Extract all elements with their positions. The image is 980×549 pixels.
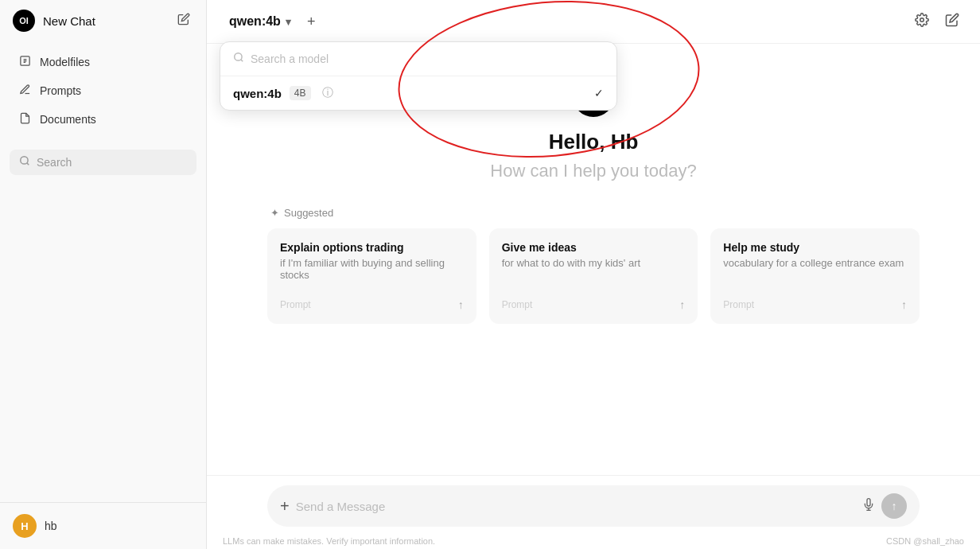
sidebar-nav: Modelfiles Prompts Documents (0, 41, 206, 140)
dropdown-model-name: qwen:4b (233, 87, 282, 100)
header-right (910, 8, 964, 35)
add-tab-button[interactable]: + (301, 10, 322, 33)
prompts-icon (18, 84, 32, 98)
search-input-wrap[interactable] (10, 150, 196, 175)
message-input[interactable] (296, 500, 856, 513)
footer-note: LLMs can make mistakes. Verify important… (207, 533, 980, 549)
sparkle-icon: ✦ (270, 207, 279, 219)
model-name-label: qwen:4b (229, 14, 281, 29)
prompt-card-1-title: Give me ideas (502, 241, 686, 254)
sidebar-item-modelfiles[interactable]: Modelfiles (5, 48, 201, 76)
message-input-bar: + ↑ (267, 485, 920, 527)
prompt-card-1-footer: Prompt ↑ (502, 292, 686, 311)
dropdown-model-size: 4B (290, 86, 311, 100)
attach-button[interactable]: + (280, 497, 290, 516)
sidebar-item-prompts[interactable]: Prompts (5, 76, 201, 105)
prompt-card-2-arrow[interactable]: ↑ (901, 298, 907, 311)
prompt-card-1[interactable]: Give me ideas for what to do with my kid… (489, 228, 698, 324)
search-input[interactable] (37, 156, 187, 169)
sidebar-item-documents[interactable]: Documents (5, 105, 201, 134)
header-left: qwen:4b ▾ + (223, 10, 321, 33)
documents-icon (18, 112, 32, 127)
model-dropdown: qwen:4b 4B ⓘ ✓ (220, 41, 617, 111)
model-selector-button[interactable]: qwen:4b ▾ (223, 11, 298, 32)
prompt-card-2-label: Prompt (723, 299, 754, 310)
prompt-card-2-footer: Prompt ↑ (723, 292, 907, 311)
input-area: + ↑ (207, 475, 980, 533)
user-avatar: H (13, 514, 37, 538)
sidebar-header: OI New Chat (0, 0, 206, 41)
prompt-card-1-arrow[interactable]: ↑ (679, 298, 685, 311)
prompt-card-2-title: Help me study (723, 241, 907, 254)
sidebar-logo: OI (13, 10, 35, 32)
sidebar-search-area (0, 143, 206, 181)
chat-subtitle: How can I help you today? (490, 161, 696, 181)
svg-line-2 (27, 163, 29, 165)
svg-line-5 (241, 60, 243, 62)
sidebar-logo-area: OI New Chat (13, 10, 95, 32)
dropdown-model-item[interactable]: qwen:4b 4B ⓘ ✓ (220, 76, 616, 110)
sidebar-item-modelfiles-label: Modelfiles (40, 56, 90, 68)
prompt-card-1-subtitle: for what to do with my kids' art (502, 257, 686, 269)
main-header: qwen:4b ▾ + q (207, 0, 980, 44)
new-chat-edit-button[interactable] (174, 10, 193, 32)
prompt-cards: Explain options trading if I'm familiar … (267, 228, 920, 324)
prompt-card-2[interactable]: Help me study vocabulary for a college e… (710, 228, 920, 324)
prompt-card-0-subtitle: if I'm familiar with buying and selling … (280, 257, 464, 281)
sidebar-item-documents-label: Documents (40, 113, 96, 126)
search-icon (19, 155, 30, 169)
footer-credit: CSDN @shall_zhao (886, 536, 964, 546)
prompt-card-2-subtitle: vocabulary for a college entrance exam (723, 257, 907, 269)
dropdown-item-left: qwen:4b 4B ⓘ (233, 86, 333, 100)
prompt-card-0[interactable]: Explain options trading if I'm familiar … (267, 228, 476, 324)
dropdown-search-input[interactable] (251, 53, 604, 65)
chevron-down-icon: ▾ (286, 16, 291, 28)
prompt-card-0-label: Prompt (280, 299, 311, 310)
prompt-card-1-label: Prompt (502, 299, 533, 310)
send-button[interactable]: ↑ (881, 493, 907, 519)
new-chat-label: New Chat (43, 14, 95, 28)
sidebar-footer: H hb (0, 502, 206, 549)
dropdown-search-area (220, 42, 616, 76)
dropdown-search-icon (233, 52, 244, 66)
svg-point-1 (21, 157, 28, 164)
footer-disclaimer: LLMs can make mistakes. Verify important… (223, 536, 435, 546)
user-name: hb (45, 520, 57, 532)
sidebar: OI New Chat Modelfiles Prompts Documents (0, 0, 207, 549)
prompt-card-0-title: Explain options trading (280, 241, 464, 254)
suggested-label: ✦ Suggested (270, 207, 333, 219)
edit-chat-button[interactable] (940, 8, 964, 35)
main-content: qwen:4b ▾ + q (207, 0, 980, 549)
prompt-card-0-arrow[interactable]: ↑ (458, 298, 464, 311)
sidebar-item-prompts-label: Prompts (40, 84, 81, 97)
chat-greeting: Hello, Hb (549, 130, 639, 154)
settings-button[interactable] (910, 8, 934, 35)
svg-point-3 (920, 18, 924, 22)
microphone-button[interactable] (862, 498, 875, 514)
svg-point-4 (235, 53, 242, 60)
info-icon: ⓘ (322, 86, 333, 100)
modelfiles-icon (18, 55, 32, 69)
dropdown-selected-check: ✓ (594, 87, 604, 99)
prompt-card-0-footer: Prompt ↑ (280, 292, 464, 311)
